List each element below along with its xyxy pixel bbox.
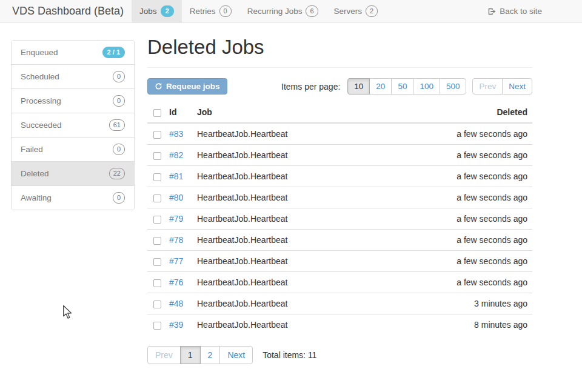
sidebar-item[interactable]: Succeeded 61 — [12, 113, 134, 137]
select-all-checkbox[interactable] — [153, 109, 161, 117]
pager-page-button[interactable]: 1 — [180, 346, 201, 364]
job-id-link[interactable]: #39 — [169, 320, 183, 330]
pager-prev-button[interactable]: Prev — [147, 346, 181, 364]
sidebar-item-badge: 22 — [109, 168, 125, 179]
sidebar-item[interactable]: Processing 0 — [12, 88, 134, 113]
deleted-time: a few seconds ago — [381, 272, 532, 293]
job-id-link[interactable]: #82 — [169, 150, 183, 160]
job-name: HeartbeatJob.Heartbeat — [192, 166, 381, 187]
column-header-job: Job — [192, 102, 381, 123]
nav-tab-label: Servers — [334, 7, 363, 16]
row-checkbox[interactable] — [153, 237, 161, 245]
job-name: HeartbeatJob.Heartbeat — [192, 293, 381, 314]
top-next-button[interactable]: Next — [502, 78, 532, 95]
nav-tab-badge: 2 — [366, 5, 378, 17]
row-checkbox[interactable] — [153, 322, 161, 330]
nav-tab[interactable]: Recurring Jobs 6 — [239, 0, 326, 22]
nav-tab[interactable]: Jobs 2 — [132, 0, 182, 22]
table-row: #82 HeartbeatJob.Heartbeat a few seconds… — [147, 145, 532, 166]
job-id-link[interactable]: #48 — [169, 299, 183, 308]
sidebar-item[interactable]: Scheduled 0 — [12, 64, 134, 88]
sign-out-icon — [487, 7, 496, 16]
deleted-time: a few seconds ago — [381, 251, 532, 272]
table-row: #78 HeartbeatJob.Heartbeat a few seconds… — [147, 230, 532, 251]
page-size-group: 10 20 50 100 500 — [347, 78, 466, 95]
page-size-button[interactable]: 100 — [413, 78, 440, 95]
table-row: #76 HeartbeatJob.Heartbeat a few seconds… — [147, 272, 532, 293]
bottom-pager: Prev 1 2 Next — [147, 346, 253, 364]
row-checkbox[interactable] — [153, 131, 161, 139]
sidebar-item-badge: 2 / 1 — [102, 47, 125, 58]
row-checkbox[interactable] — [153, 301, 161, 308]
deleted-time: 3 minutes ago — [381, 293, 532, 314]
row-checkbox[interactable] — [153, 216, 161, 224]
job-id-link[interactable]: #83 — [169, 129, 183, 139]
job-name: HeartbeatJob.Heartbeat — [192, 145, 381, 166]
nav-tab-badge: 6 — [306, 5, 318, 17]
row-checkbox[interactable] — [153, 173, 161, 181]
sidebar-item-badge: 61 — [109, 119, 125, 131]
sidebar-item-label: Deleted — [21, 169, 49, 178]
deleted-time: a few seconds ago — [381, 208, 532, 230]
page-size-button[interactable]: 50 — [391, 78, 413, 95]
row-checkbox[interactable] — [153, 194, 161, 202]
sidebar-item-badge: 0 — [113, 95, 125, 107]
nav-tab[interactable]: Retries 0 — [182, 0, 239, 22]
nav-tab-badge: 2 — [161, 5, 174, 17]
job-id-link[interactable]: #81 — [169, 171, 183, 181]
requeue-jobs-button[interactable]: Requeue jobs — [147, 78, 227, 95]
back-to-site-link[interactable]: Back to site — [487, 0, 542, 22]
deleted-time: 8 minutes ago — [381, 314, 532, 336]
column-header-deleted: Deleted — [381, 102, 532, 123]
nav-tab[interactable]: Servers 2 — [326, 0, 386, 22]
job-id-link[interactable]: #79 — [169, 214, 183, 224]
refresh-icon — [155, 82, 162, 90]
deleted-time: a few seconds ago — [381, 145, 532, 166]
title-divider — [147, 67, 532, 68]
top-navbar: VDS Dashboard (Beta) Jobs 2 Retries 0 Re… — [0, 0, 582, 23]
nav-tab-badge: 0 — [219, 5, 232, 17]
top-prev-button[interactable]: Prev — [472, 78, 503, 95]
sidebar-item[interactable]: Deleted 22 — [12, 161, 134, 185]
job-id-link[interactable]: #77 — [169, 256, 183, 266]
app-title: VDS Dashboard (Beta) — [0, 0, 132, 22]
job-name: HeartbeatJob.Heartbeat — [192, 314, 381, 336]
table-row: #77 HeartbeatJob.Heartbeat a few seconds… — [147, 251, 532, 272]
row-checkbox[interactable] — [153, 279, 161, 287]
job-id-link[interactable]: #80 — [169, 193, 183, 202]
sidebar-item[interactable]: Failed 0 — [12, 137, 134, 161]
page-size-button[interactable]: 20 — [369, 78, 392, 95]
nav-tabs: Jobs 2 Retries 0 Recurring Jobs 6 Server… — [132, 0, 386, 22]
job-id-link[interactable]: #76 — [169, 277, 183, 287]
main-content: Deleted Jobs Requeue jobs Items per page… — [147, 23, 532, 364]
sidebar-item-label: Awaiting — [21, 193, 52, 202]
deleted-time: a few seconds ago — [381, 166, 532, 187]
table-header-row: Id Job Deleted — [147, 102, 532, 123]
pager-next-button[interactable]: Next — [219, 346, 253, 364]
toolbar: Requeue jobs Items per page: 10 20 50 10… — [147, 78, 532, 95]
sidebar-item-badge: 0 — [113, 71, 125, 82]
pager-page-button[interactable]: 2 — [200, 346, 221, 364]
sidebar-item[interactable]: Enqueued 2 / 1 — [12, 41, 134, 64]
row-checkbox[interactable] — [153, 258, 161, 266]
row-checkbox[interactable] — [153, 152, 161, 160]
page-size-button[interactable]: 500 — [440, 78, 467, 95]
sidebar-item[interactable]: Awaiting 0 — [12, 185, 134, 210]
bottom-bar: Prev 1 2 Next Total items: 11 — [147, 346, 532, 364]
job-id-link[interactable]: #78 — [169, 235, 183, 245]
sidebar-item-label: Failed — [21, 145, 43, 154]
items-per-page-label: Items per page: — [281, 82, 340, 91]
sidebar-item-badge: 0 — [113, 192, 125, 204]
page-size-button[interactable]: 10 — [347, 78, 370, 95]
total-items-label: Total items: 11 — [263, 350, 316, 360]
sidebar-item-badge: 0 — [113, 144, 125, 155]
job-name: HeartbeatJob.Heartbeat — [192, 208, 381, 230]
column-header-id: Id — [164, 102, 192, 123]
items-per-page-area: Items per page: 10 20 50 100 500 Prev — [281, 78, 532, 95]
job-name: HeartbeatJob.Heartbeat — [192, 123, 381, 145]
table-body: #83 HeartbeatJob.Heartbeat a few seconds… — [147, 123, 532, 335]
table-row: #83 HeartbeatJob.Heartbeat a few seconds… — [147, 123, 532, 145]
nav-tab-label: Recurring Jobs — [247, 7, 303, 16]
deleted-time: a few seconds ago — [381, 187, 532, 208]
job-name: HeartbeatJob.Heartbeat — [192, 187, 381, 208]
